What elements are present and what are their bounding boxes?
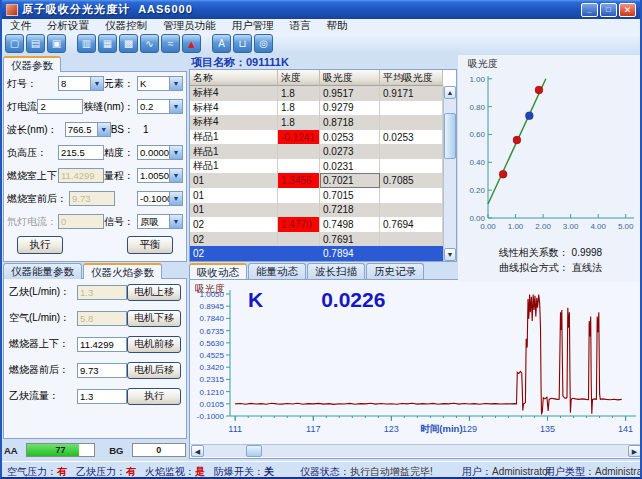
column-header[interactable]: 浓度	[278, 70, 320, 86]
svg-text:129: 129	[462, 424, 477, 434]
signal-mode-combo[interactable]: 原吸▼	[137, 214, 183, 229]
motor-backward-button[interactable]: 电机后移	[127, 362, 181, 379]
column-header[interactable]: 平均吸光度	[380, 70, 443, 86]
scroll-down-icon[interactable]: ▼	[444, 248, 456, 261]
cell-name: 02	[190, 232, 278, 247]
menu-item-instrument-control[interactable]: 仪器控制	[97, 19, 155, 33]
chevron-down-icon[interactable]: ▼	[97, 123, 110, 136]
element-value: K	[138, 77, 169, 90]
table-row[interactable]: 020.7894	[190, 246, 443, 261]
chevron-down-icon[interactable]: ▼	[169, 169, 182, 182]
flame-row: 燃烧器上下：11.4299电机前移	[4, 331, 186, 357]
lamp-current-input[interactable]: 2	[37, 99, 83, 114]
tab-history[interactable]: 历史记录	[366, 263, 424, 279]
lamp-no-combo[interactable]: 8▼	[58, 76, 104, 91]
table-row[interactable]: 标样41.80.95170.9171	[190, 86, 443, 101]
title-bar[interactable]: 原子吸收分光光度计 AAS6000 _ □ ✕	[2, 0, 640, 19]
toolbar-button-energy-adjust[interactable]: ▩	[119, 34, 138, 53]
neg-high-voltage-input[interactable]: 215.5	[58, 145, 104, 160]
svg-text:135: 135	[540, 424, 555, 434]
column-header[interactable]: 吸光度	[320, 70, 380, 86]
element-symbol: K	[248, 288, 263, 312]
column-header[interactable]: 名称	[190, 70, 278, 86]
correlation-coefficient: 线性相关系数： 0.9998	[458, 246, 642, 260]
cell-name: 01	[190, 188, 278, 203]
cell-avg-absorbance: 0.7694	[380, 217, 443, 232]
toolbar-button-save[interactable]: ▣	[47, 34, 66, 53]
table-row[interactable]: 标样41.80.8718	[190, 115, 443, 130]
toolbar-button-lamp-setup[interactable]: ▥	[77, 34, 96, 53]
table-row[interactable]: 标样41.80.9279	[190, 101, 443, 116]
svg-text:0.3420: 0.3420	[200, 363, 225, 372]
minimize-button[interactable]: _	[581, 3, 598, 17]
tab-instrument-params[interactable]: 仪器参数	[3, 56, 61, 72]
burner-frontback-input[interactable]: 9.73	[77, 363, 127, 378]
burner-updown-input[interactable]: 11.4299	[77, 337, 127, 352]
slit-combo[interactable]: 0.2▼	[137, 99, 183, 114]
menu-item-user-management[interactable]: 用户管理	[224, 19, 282, 33]
toolbar-button-open-folder[interactable]: ▤	[26, 34, 45, 53]
scroll-up-icon[interactable]: ▲	[444, 86, 456, 99]
cell-concentration: -0.1241	[278, 130, 320, 145]
toolbar-button-lamp-position[interactable]: ▦	[98, 34, 117, 53]
toolbar-button-new-file[interactable]: ▢	[5, 34, 24, 53]
table-vertical-scrollbar[interactable]: ▲ ▼	[443, 86, 456, 261]
toolbar-button-wavelength-adjust[interactable]: ≈	[161, 34, 180, 53]
param-row: 燃烧室上下：11.4299量程：1.0050▼	[4, 164, 186, 187]
table-row[interactable]: 020.7691	[190, 232, 443, 247]
motor-up-button[interactable]: 电机上移	[127, 284, 181, 301]
wavelength-value: 766.5	[66, 123, 97, 136]
chevron-down-icon[interactable]: ▼	[169, 146, 182, 159]
balance-button[interactable]: 平衡	[127, 236, 173, 254]
tab-energy-dynamics[interactable]: 能量动态	[248, 263, 306, 279]
cell-concentration	[278, 232, 320, 247]
chevron-down-icon[interactable]: ▼	[90, 77, 103, 90]
table-row[interactable]: 010.7218	[190, 203, 443, 218]
tab-energy-params[interactable]: 仪器能量参数	[3, 263, 82, 279]
menu-item-file[interactable]: 文件	[2, 19, 39, 33]
chevron-down-icon[interactable]: ▼	[169, 192, 182, 205]
scrollbar-thumb[interactable]	[246, 445, 262, 457]
motor-down-button[interactable]: 电机下移	[127, 310, 181, 327]
wavelength-combo[interactable]: 766.5▼	[65, 122, 111, 137]
chevron-down-icon[interactable]: ▼	[169, 215, 182, 228]
chevron-down-icon[interactable]: ▼	[169, 100, 182, 113]
maximize-button[interactable]: □	[600, 3, 617, 17]
offset-combo[interactable]: -0.1000▼	[137, 191, 183, 206]
svg-text:0.6735: 0.6735	[200, 327, 225, 336]
table-row[interactable]: 021.47700.74980.7694	[190, 217, 443, 232]
scrollbar-thumb[interactable]	[444, 113, 456, 159]
tab-wavelength-scan[interactable]: 波长扫描	[307, 263, 365, 279]
tab-flame-params[interactable]: 仪器火焰参数	[83, 263, 162, 279]
toolbar-button-power[interactable]: ◎	[254, 34, 273, 53]
close-button[interactable]: ✕	[619, 3, 636, 17]
range-combo[interactable]: 1.0050▼	[137, 168, 183, 183]
cell-name: 01	[190, 203, 278, 218]
toolbar-button-autozero[interactable]: A	[212, 34, 231, 53]
toolbar-button-measure-beaker[interactable]: ⊔	[233, 34, 252, 53]
horizontal-scrollbar[interactable]: ◀ ▶	[191, 444, 641, 457]
status-flame-monitor: 火焰监视：是	[145, 465, 205, 479]
motor-forward-button[interactable]: 电机前移	[127, 336, 181, 353]
table-row[interactable]: 样品10.0231	[190, 159, 443, 174]
menu-item-admin-functions[interactable]: 管理员功能	[155, 19, 224, 33]
table-row[interactable]: 样品1-0.12410.02530.0253	[190, 130, 443, 145]
autozero-icon: A	[218, 38, 225, 49]
table-row[interactable]: 010.7015	[190, 188, 443, 203]
menu-item-language[interactable]: 语言	[282, 19, 319, 33]
execute-button[interactable]: 执行	[17, 236, 63, 254]
toolbar-button-peak-search[interactable]: ∿	[140, 34, 159, 53]
menu-item-analysis-settings[interactable]: 分析设置	[39, 19, 97, 33]
element-combo[interactable]: K▼	[137, 76, 183, 91]
execute-button[interactable]: 执行	[127, 388, 181, 405]
toolbar-button-flame-control[interactable]: ▲	[182, 34, 201, 53]
table-row[interactable]: 011.34560.70210.7085	[190, 173, 443, 188]
table-row[interactable]: 样品10.0273	[190, 144, 443, 159]
tab-absorption-dynamics[interactable]: 吸收动态	[189, 263, 247, 279]
acetylene-flow-input[interactable]: 1.3	[77, 389, 127, 404]
chevron-down-icon[interactable]: ▼	[169, 77, 182, 90]
scroll-left-icon[interactable]: ◀	[191, 445, 204, 457]
scroll-right-icon[interactable]: ▶	[628, 445, 641, 457]
menu-item-help[interactable]: 帮助	[319, 19, 356, 33]
precision-combo[interactable]: 0.0000▼	[137, 145, 183, 160]
